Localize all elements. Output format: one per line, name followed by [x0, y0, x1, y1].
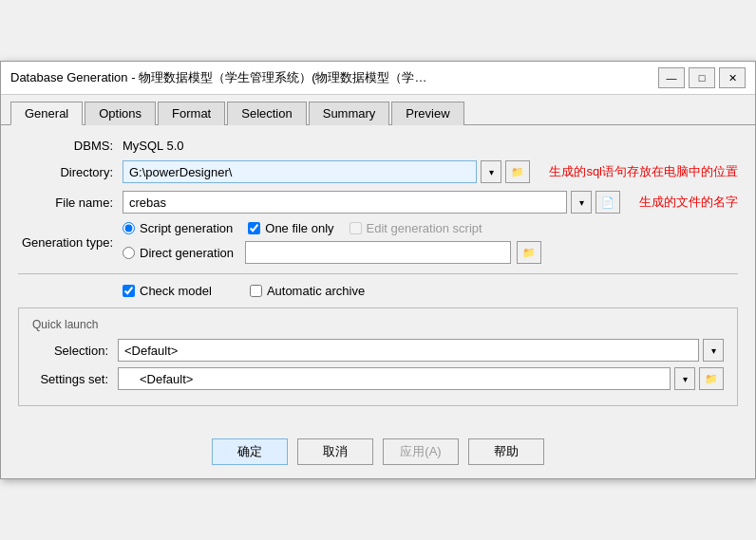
edit-gen-option[interactable]: Edit generation script — [350, 221, 482, 235]
directory-input-group: ▾ 📁 — [123, 160, 530, 183]
quick-selection-group: ▾ — [118, 339, 724, 362]
direct-gen-label: Direct generation — [140, 246, 234, 260]
script-gen-row: Script generation One file only Edit gen… — [123, 221, 541, 235]
tab-format[interactable]: Format — [158, 102, 225, 125]
filename-dropdown-btn[interactable]: ▾ — [571, 191, 592, 214]
directory-input[interactable] — [123, 160, 477, 183]
quick-selection-row: Selection: ▾ — [32, 339, 724, 362]
check-model-checkbox[interactable] — [123, 285, 135, 297]
check-model-label: Check model — [140, 284, 212, 298]
one-file-checkbox[interactable] — [248, 222, 260, 234]
filename-input[interactable] — [123, 191, 567, 214]
auto-archive-label: Automatic archive — [267, 284, 365, 298]
quick-selection-label: Selection: — [32, 344, 118, 358]
maximize-button[interactable]: □ — [689, 67, 715, 88]
auto-archive-option[interactable]: Automatic archive — [250, 284, 365, 298]
quick-settings-input[interactable] — [118, 367, 671, 390]
ok-button[interactable]: 确定 — [212, 438, 288, 465]
quick-settings-browse-btn[interactable]: 📁 — [699, 367, 724, 390]
tab-bar: General Options Format Selection Summary… — [1, 95, 755, 125]
apply-button[interactable]: 应用(A) — [383, 438, 459, 465]
direct-gen-option[interactable]: Direct generation — [123, 246, 234, 260]
filename-row: File name: ▾ 📄 生成的文件的名字 — [18, 191, 738, 214]
tab-selection[interactable]: Selection — [227, 102, 306, 125]
filename-annotation: 生成的文件的名字 — [639, 194, 738, 211]
quick-selection-input[interactable] — [118, 339, 699, 362]
directory-annotation: 生成的sql语句存放在电脑中的位置 — [549, 163, 738, 180]
direct-gen-radio[interactable] — [123, 247, 135, 259]
gentype-label: Generation type: — [18, 235, 123, 250]
main-window: Database Generation - 物理数据模型（学生管理系统）(物理数… — [0, 61, 756, 479]
filename-browse-btn[interactable]: 📄 — [595, 191, 620, 214]
dbms-row: DBMS: MySQL 5.0 — [18, 139, 738, 153]
bottom-buttons: 确定 取消 应用(A) 帮助 — [1, 429, 755, 478]
script-gen-option[interactable]: Script generation — [123, 221, 233, 235]
tab-preview[interactable]: Preview — [391, 102, 463, 125]
close-button[interactable]: ✕ — [719, 67, 746, 88]
dbms-value: MySQL 5.0 — [123, 139, 184, 153]
direct-gen-input[interactable] — [245, 241, 511, 264]
one-file-option[interactable]: One file only — [248, 221, 333, 235]
separator1 — [18, 273, 738, 274]
cancel-button[interactable]: 取消 — [297, 438, 373, 465]
quick-settings-dropdown-btn[interactable]: ▾ — [674, 367, 695, 390]
gentype-options: Script generation One file only Edit gen… — [123, 221, 541, 264]
directory-browse-btn[interactable]: 📁 — [505, 160, 530, 183]
script-gen-label: Script generation — [140, 221, 233, 235]
script-gen-radio[interactable] — [123, 222, 135, 234]
directory-dropdown-btn[interactable]: ▾ — [481, 160, 501, 183]
directory-label: Directory: — [18, 165, 123, 179]
help-button[interactable]: 帮助 — [468, 438, 544, 465]
one-file-label: One file only — [265, 221, 333, 235]
auto-archive-checkbox[interactable] — [250, 285, 262, 297]
tab-general[interactable]: General — [10, 102, 83, 125]
direct-gen-row: Direct generation 📁 — [123, 241, 541, 264]
quick-selection-dropdown-btn[interactable]: ▾ — [703, 339, 724, 362]
filename-input-group: ▾ 📄 — [123, 191, 620, 214]
title-controls: — □ ✕ — [658, 67, 746, 88]
tab-options[interactable]: Options — [85, 102, 156, 125]
quick-settings-label: Settings set: — [32, 372, 118, 386]
quick-launch-title: Quick launch — [32, 318, 724, 331]
edit-gen-label: Edit generation script — [367, 221, 482, 235]
dbms-label: DBMS: — [18, 139, 123, 153]
quick-settings-row: Settings set: ▾ 📁 — [32, 367, 724, 390]
edit-gen-checkbox[interactable] — [350, 222, 362, 234]
tab-content: DBMS: MySQL 5.0 Directory: ▾ 📁 生成的sql语句存… — [1, 125, 755, 429]
direct-gen-browse-btn[interactable]: 📁 — [517, 241, 541, 264]
minimize-button[interactable]: — — [658, 67, 685, 88]
quick-settings-group: ▾ 📁 — [118, 367, 724, 390]
tab-summary[interactable]: Summary — [309, 102, 390, 125]
window-title: Database Generation - 物理数据模型（学生管理系统）(物理数… — [10, 69, 426, 86]
filename-label: File name: — [18, 196, 123, 210]
directory-row: Directory: ▾ 📁 生成的sql语句存放在电脑中的位置 — [18, 160, 738, 183]
title-bar: Database Generation - 物理数据模型（学生管理系统）(物理数… — [1, 62, 755, 95]
check-model-option[interactable]: Check model — [123, 284, 212, 298]
gentype-row: Generation type: Script generation One f… — [18, 221, 738, 264]
quick-launch-box: Quick launch Selection: ▾ Settings set: … — [18, 307, 738, 406]
check-row: Check model Automatic archive — [123, 284, 738, 298]
